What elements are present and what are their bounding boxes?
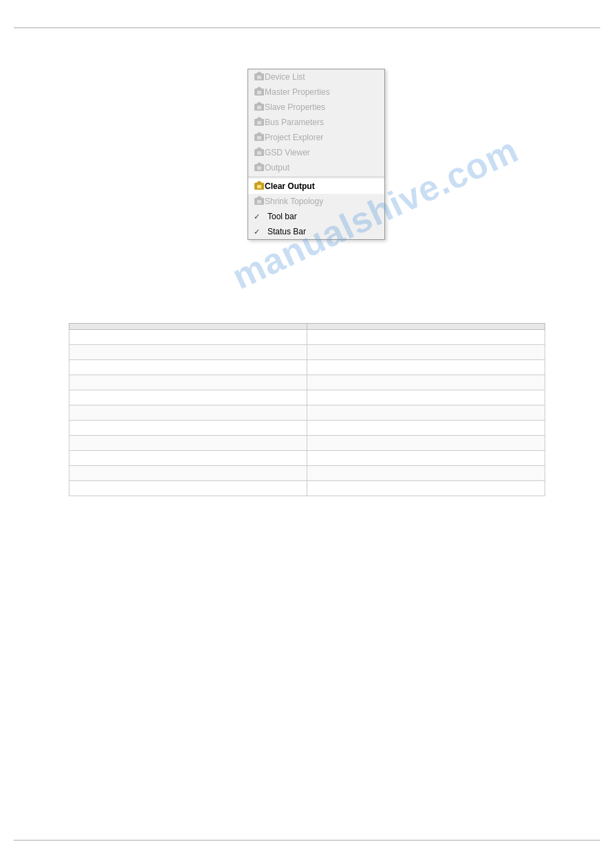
table-cell <box>69 466 307 481</box>
table-row <box>69 436 545 451</box>
table-cell <box>307 451 545 466</box>
table-row <box>69 360 545 375</box>
menu-item-slave-properties[interactable]: Slave Properties <box>248 100 384 115</box>
table-container <box>69 323 545 496</box>
master-properties-icon <box>254 86 265 99</box>
table-cell <box>69 390 307 405</box>
menu-item-slave-properties-label: Slave Properties <box>265 102 325 112</box>
menu-item-device-list[interactable]: Device List <box>248 69 384 85</box>
table-cell <box>307 345 545 360</box>
menu-item-statusbar[interactable]: ✓ Status Bar <box>248 224 384 239</box>
table-cell <box>69 421 307 436</box>
table-cell <box>307 330 545 345</box>
table-header-col1 <box>69 324 307 330</box>
menu-item-statusbar-label: Status Bar <box>267 227 306 236</box>
table-cell <box>69 345 307 360</box>
table-cell <box>69 375 307 390</box>
table-row <box>69 481 545 496</box>
svg-rect-14 <box>257 136 261 140</box>
table-cell <box>69 481 307 496</box>
menu-item-master-properties-label: Master Properties <box>265 87 330 97</box>
table-header-col2 <box>307 324 545 330</box>
menu-item-bus-parameters-label: Bus Parameters <box>265 118 324 127</box>
svg-marker-7 <box>255 102 263 104</box>
bottom-divider <box>14 840 600 841</box>
svg-rect-26 <box>257 200 261 203</box>
menu-item-shrink-topology[interactable]: Shrink Topology <box>248 194 384 209</box>
table-cell <box>69 451 307 466</box>
menu-item-device-list-label: Device List <box>265 72 305 82</box>
table-row <box>69 375 545 390</box>
table-row <box>69 451 545 466</box>
menu-item-output[interactable]: Output <box>248 160 384 175</box>
svg-marker-16 <box>255 147 263 150</box>
table-row <box>69 405 545 421</box>
svg-rect-5 <box>257 91 261 94</box>
table-row <box>69 421 545 436</box>
table-cell <box>69 330 307 345</box>
svg-rect-17 <box>257 151 261 155</box>
device-list-icon <box>254 71 265 84</box>
svg-rect-2 <box>257 76 261 79</box>
svg-marker-1 <box>255 71 263 74</box>
svg-marker-25 <box>255 196 263 199</box>
svg-rect-23 <box>257 185 261 188</box>
context-menu: Device List Master Properties Slave Prop… <box>248 69 385 240</box>
table-cell <box>307 375 545 390</box>
menu-item-project-explorer-label: Project Explorer <box>265 133 323 142</box>
menu-separator <box>248 177 384 177</box>
svg-rect-11 <box>257 121 261 124</box>
menu-item-bus-parameters[interactable]: Bus Parameters <box>248 115 384 130</box>
menu-item-master-properties[interactable]: Master Properties <box>248 85 384 100</box>
table-cell <box>69 360 307 375</box>
toolbar-check-icon: ✓ <box>254 212 265 221</box>
table-cell <box>307 405 545 421</box>
table-cell <box>69 436 307 451</box>
table-row <box>69 345 545 360</box>
svg-rect-20 <box>257 166 261 170</box>
table-cell <box>69 405 307 421</box>
svg-marker-4 <box>255 87 263 89</box>
menu-item-output-label: Output <box>265 163 289 173</box>
table-row <box>69 390 545 405</box>
table-row <box>69 466 545 481</box>
clear-output-icon <box>254 180 265 193</box>
table-cell <box>307 481 545 496</box>
svg-marker-13 <box>255 132 263 135</box>
svg-marker-10 <box>255 117 263 120</box>
project-explorer-icon <box>254 131 265 144</box>
slave-properties-icon <box>254 101 265 114</box>
table-row <box>69 330 545 345</box>
statusbar-check-icon: ✓ <box>254 227 265 236</box>
top-divider <box>14 27 600 28</box>
menu-item-project-explorer[interactable]: Project Explorer <box>248 130 384 145</box>
menu-item-toolbar[interactable]: ✓ Tool bar <box>248 209 384 224</box>
svg-rect-8 <box>257 106 261 109</box>
table-cell <box>307 436 545 451</box>
svg-marker-22 <box>255 181 263 183</box>
table-cell <box>307 360 545 375</box>
output-icon <box>254 162 265 175</box>
menu-item-clear-output-label: Clear Output <box>265 181 315 191</box>
menu-item-shrink-topology-label: Shrink Topology <box>265 197 323 206</box>
bus-parameters-icon <box>254 116 265 129</box>
svg-marker-19 <box>255 162 263 165</box>
menu-item-gsd-viewer[interactable]: GSD Viewer <box>248 145 384 160</box>
shrink-topology-icon <box>254 195 265 208</box>
gsd-viewer-icon <box>254 146 265 159</box>
data-table <box>69 323 545 496</box>
table-cell <box>307 421 545 436</box>
menu-item-gsd-viewer-label: GSD Viewer <box>265 148 310 157</box>
table-cell <box>307 466 545 481</box>
table-cell <box>307 390 545 405</box>
menu-item-clear-output[interactable]: Clear Output <box>248 179 384 194</box>
menu-item-toolbar-label: Tool bar <box>267 212 297 221</box>
